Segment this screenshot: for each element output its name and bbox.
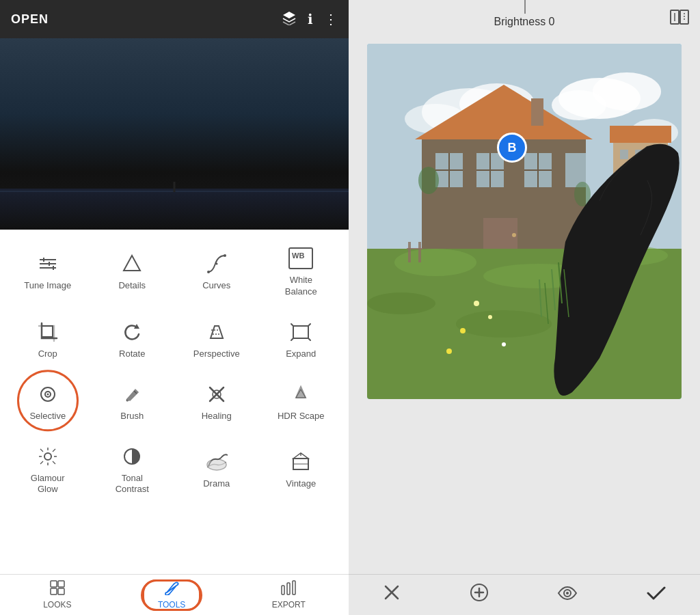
svg-point-74 <box>418 167 439 194</box>
svg-rect-12 <box>42 326 53 337</box>
tool-tonal-contrast[interactable]: TonalContrast <box>94 441 170 499</box>
cancel-button[interactable] <box>372 578 412 612</box>
brush-icon <box>122 382 142 407</box>
header-icons: ℹ ⋮ <box>282 10 338 29</box>
export-label: EXPORT <box>272 600 306 610</box>
crop-label: Crop <box>38 348 57 360</box>
tools-icon <box>164 580 179 599</box>
svg-point-77 <box>394 249 476 276</box>
svg-point-73 <box>512 233 516 237</box>
svg-rect-56 <box>620 150 628 159</box>
right-bottom-bar <box>349 574 700 615</box>
drama-label: Drama <box>203 478 230 490</box>
view-button[interactable] <box>546 579 589 611</box>
more-icon[interactable]: ⋮ <box>324 11 338 27</box>
wb-icon: WB <box>288 246 313 271</box>
selective-label: Selective <box>29 411 66 422</box>
svg-rect-40 <box>287 583 290 594</box>
svg-point-82 <box>474 301 479 306</box>
tune-icon <box>37 251 59 276</box>
left-panel: OPEN ℹ ⋮ <box>0 0 349 615</box>
tool-healing[interactable]: Healing <box>179 379 254 425</box>
vintage-label: Vintage <box>286 478 316 490</box>
tool-details[interactable]: Details <box>94 249 170 295</box>
hdr-icon <box>291 382 311 407</box>
svg-rect-41 <box>293 581 295 594</box>
scene-svg <box>367 44 682 399</box>
app-header: OPEN ℹ ⋮ <box>0 0 349 38</box>
svg-rect-61 <box>531 98 543 126</box>
layers-icon[interactable] <box>282 10 297 29</box>
tools-row-1: Tune Image Details <box>0 235 349 309</box>
svg-point-24 <box>44 453 51 460</box>
svg-point-84 <box>460 328 466 333</box>
photo-frame: B <box>367 44 682 399</box>
svg-rect-38 <box>58 588 64 594</box>
hdr-scape-label: HDR Scape <box>278 411 325 422</box>
info-icon[interactable]: ℹ <box>308 11 313 27</box>
svg-rect-39 <box>282 586 284 594</box>
tool-expand[interactable]: Expand <box>263 317 338 363</box>
compare-icon[interactable] <box>670 10 689 29</box>
svg-point-81 <box>456 310 552 338</box>
tool-brush[interactable]: Brush <box>94 379 170 425</box>
curves-icon <box>206 251 228 276</box>
brightness-label: Brightness 0 <box>494 16 555 28</box>
healing-label: Healing <box>202 411 232 422</box>
details-icon <box>122 251 142 276</box>
tool-crop[interactable]: Crop <box>10 317 85 363</box>
photo-container: B <box>356 38 692 574</box>
svg-rect-93 <box>418 242 421 262</box>
svg-rect-72 <box>483 218 517 249</box>
svg-point-85 <box>502 342 506 346</box>
b-location-marker: B <box>497 133 527 163</box>
tool-rotate[interactable]: Rotate <box>94 317 170 363</box>
add-button[interactable] <box>459 577 500 612</box>
svg-rect-35 <box>51 581 57 587</box>
svg-point-83 <box>488 315 492 319</box>
right-panel: Brightness 0 <box>349 0 700 615</box>
tune-image-label: Tune Image <box>24 280 71 292</box>
tool-hdr-scape[interactable]: HDR Scape <box>263 379 338 425</box>
svg-rect-37 <box>51 588 57 594</box>
tools-label: TOOLS <box>158 600 185 610</box>
tool-curves[interactable]: Curves <box>179 249 254 295</box>
svg-point-101 <box>566 592 569 594</box>
svg-point-49 <box>552 90 606 120</box>
curves-label: Curves <box>202 280 230 292</box>
svg-rect-16 <box>293 326 308 338</box>
tonal-contrast-label: TonalContrast <box>116 473 149 496</box>
drama-icon <box>206 450 228 474</box>
rotate-icon <box>122 320 142 344</box>
tool-white-balance[interactable]: WB WhiteBalance <box>263 243 338 301</box>
tools-row-4: GlamourGlow TonalContrast <box>0 433 349 507</box>
tools-row-2: Crop Rotate <box>0 309 349 371</box>
slider-indicator <box>524 0 526 14</box>
tools-row-3: Selective Brush <box>0 371 349 433</box>
svg-point-30 <box>207 459 226 470</box>
confirm-button[interactable] <box>636 579 677 612</box>
nav-tools[interactable]: TOOLS <box>144 577 199 612</box>
svg-point-8 <box>224 254 226 257</box>
svg-point-86 <box>446 348 452 354</box>
svg-rect-36 <box>58 581 64 587</box>
tool-selective[interactable]: Selective <box>10 379 85 425</box>
tool-tune-image[interactable]: Tune Image <box>10 249 85 295</box>
tool-perspective[interactable]: Perspective <box>179 317 254 363</box>
svg-rect-55 <box>610 126 671 143</box>
svg-marker-6 <box>124 256 140 271</box>
app-title: OPEN <box>11 12 49 27</box>
tool-glamour-glow[interactable]: GlamourGlow <box>10 441 85 499</box>
perspective-label: Perspective <box>193 348 240 360</box>
svg-point-7 <box>207 271 210 273</box>
svg-point-80 <box>367 292 435 314</box>
nav-looks[interactable]: LOOKS <box>29 577 85 612</box>
tool-drama[interactable]: Drama <box>179 447 254 493</box>
vintage-icon <box>291 450 311 474</box>
expand-icon <box>291 320 311 344</box>
preview-image <box>0 38 349 230</box>
brush-label: Brush <box>120 411 144 422</box>
tool-vintage[interactable]: Vintage <box>263 447 338 493</box>
svg-point-19 <box>46 393 49 395</box>
nav-export[interactable]: EXPORT <box>258 577 319 612</box>
